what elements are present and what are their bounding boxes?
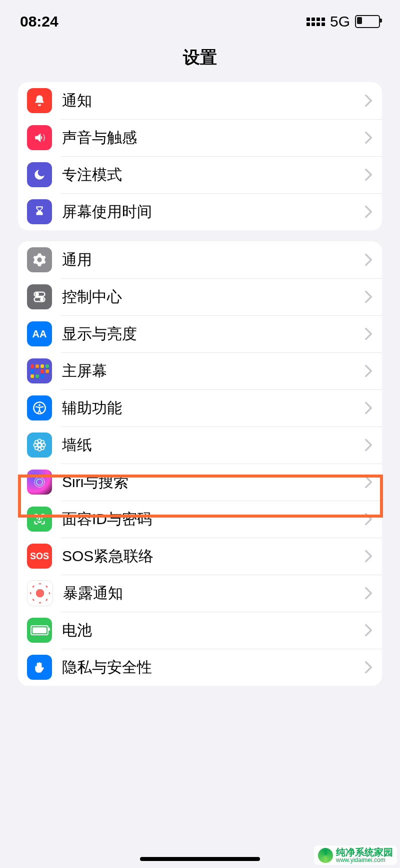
siri-icon bbox=[27, 470, 52, 495]
speaker-icon bbox=[27, 125, 52, 150]
watermark-icon bbox=[318, 848, 333, 863]
toggles-icon bbox=[27, 284, 52, 309]
chevron-right-icon bbox=[365, 402, 372, 414]
row-accessibility[interactable]: 辅助功能 bbox=[18, 389, 382, 426]
row-battery[interactable]: 电池 bbox=[18, 612, 382, 649]
row-label: SOS紧急联络 bbox=[62, 546, 365, 567]
row-focus[interactable]: 专注模式 bbox=[18, 156, 382, 193]
chevron-right-icon bbox=[365, 254, 372, 266]
row-label: 墙纸 bbox=[62, 435, 365, 456]
bell-icon bbox=[27, 88, 52, 113]
svg-point-5 bbox=[38, 404, 40, 406]
chevron-right-icon bbox=[365, 624, 372, 636]
chevron-right-icon bbox=[365, 587, 372, 599]
svg-point-16 bbox=[36, 479, 43, 486]
row-notifications[interactable]: 通知 bbox=[18, 82, 382, 119]
row-display[interactable]: AA 显示与亮度 bbox=[18, 315, 382, 352]
text-size-icon: AA bbox=[27, 321, 52, 346]
row-label: Siri与搜索 bbox=[62, 472, 365, 493]
row-label: 声音与触感 bbox=[62, 128, 365, 148]
row-faceid[interactable]: 面容ID与密码 bbox=[18, 501, 382, 538]
row-label: 面容ID与密码 bbox=[62, 509, 365, 530]
row-label: 电池 bbox=[62, 620, 365, 641]
flower-icon bbox=[27, 432, 52, 458]
row-siri[interactable]: Siri与搜索 bbox=[18, 464, 382, 501]
row-privacy[interactable]: 隐私与安全性 bbox=[18, 649, 382, 686]
row-label: 辅助功能 bbox=[62, 398, 365, 418]
svg-point-3 bbox=[40, 298, 43, 301]
row-label: 显示与亮度 bbox=[62, 324, 365, 344]
status-time: 08:24 bbox=[20, 13, 58, 30]
chevron-right-icon bbox=[365, 328, 372, 340]
watermark: 纯净系统家园 www.yidaimei.com bbox=[314, 845, 397, 865]
home-indicator[interactable] bbox=[140, 857, 260, 861]
gear-icon bbox=[27, 247, 52, 272]
hand-icon bbox=[27, 655, 52, 680]
chevron-right-icon bbox=[365, 365, 372, 377]
chevron-right-icon bbox=[365, 132, 372, 144]
chevron-right-icon bbox=[365, 95, 372, 107]
sos-icon: SOS bbox=[27, 544, 52, 569]
watermark-url: www.yidaimei.com bbox=[336, 857, 393, 863]
row-screentime[interactable]: 屏幕使用时间 bbox=[18, 193, 382, 230]
status-bar: 08:24 5G bbox=[0, 0, 400, 35]
row-wallpaper[interactable]: 墙纸 bbox=[18, 426, 382, 464]
row-controlcenter[interactable]: 控制中心 bbox=[18, 278, 382, 315]
settings-group: 通用 控制中心 AA 显示与亮度 主屏幕 辅助功能 墙纸 bbox=[18, 241, 382, 686]
chevron-right-icon bbox=[365, 206, 372, 218]
row-exposure[interactable]: 暴露通知 bbox=[18, 575, 382, 612]
battery-icon bbox=[355, 15, 380, 28]
row-label: 通用 bbox=[62, 250, 365, 270]
row-label: 主屏幕 bbox=[62, 361, 365, 381]
row-label: 专注模式 bbox=[62, 165, 365, 185]
watermark-text: 纯净系统家园 bbox=[336, 847, 393, 857]
app-grid-icon bbox=[27, 358, 52, 383]
chevron-right-icon bbox=[365, 476, 372, 488]
cellular-strength-icon bbox=[306, 18, 325, 26]
hourglass-icon bbox=[27, 199, 52, 224]
row-label: 暴露通知 bbox=[63, 583, 365, 604]
svg-point-1 bbox=[36, 293, 38, 295]
row-label: 屏幕使用时间 bbox=[62, 202, 365, 222]
accessibility-icon bbox=[27, 395, 52, 420]
row-homescreen[interactable]: 主屏幕 bbox=[18, 352, 382, 389]
chevron-right-icon bbox=[365, 169, 372, 181]
page-title: 设置 bbox=[0, 46, 400, 69]
row-label: 控制中心 bbox=[62, 287, 365, 307]
row-general[interactable]: 通用 bbox=[18, 241, 382, 278]
battery-full-icon bbox=[27, 618, 52, 643]
face-id-icon bbox=[27, 507, 52, 532]
svg-point-6 bbox=[38, 444, 42, 447]
chevron-right-icon bbox=[365, 513, 372, 525]
exposure-icon bbox=[27, 580, 53, 606]
chevron-right-icon bbox=[365, 550, 372, 562]
moon-icon bbox=[27, 162, 52, 187]
row-sos[interactable]: SOS SOS紧急联络 bbox=[18, 538, 382, 575]
row-sounds[interactable]: 声音与触感 bbox=[18, 119, 382, 156]
network-label: 5G bbox=[330, 13, 350, 30]
row-label: 通知 bbox=[62, 91, 365, 111]
settings-group: 通知 声音与触感 专注模式 屏幕使用时间 bbox=[18, 82, 382, 230]
row-label: 隐私与安全性 bbox=[62, 657, 365, 678]
chevron-right-icon bbox=[365, 661, 372, 673]
chevron-right-icon bbox=[365, 291, 372, 303]
chevron-right-icon bbox=[365, 439, 372, 451]
